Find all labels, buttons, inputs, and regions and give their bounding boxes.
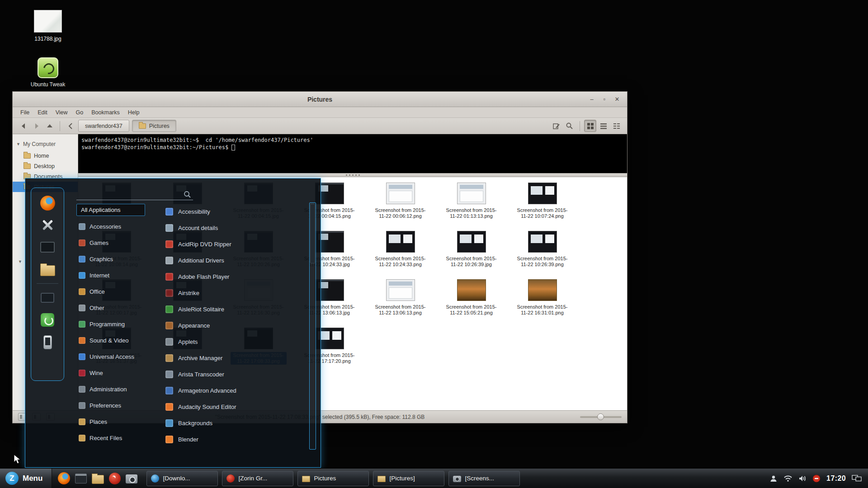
menu-category-programming[interactable]: Programming: [76, 316, 163, 332]
menu-app-acidrip-dvd-ripper[interactable]: AcidRip DVD Ripper: [165, 236, 302, 252]
titlebar[interactable]: Pictures – ▫ ✕: [13, 92, 627, 107]
expander-icon[interactable]: ▼: [16, 142, 20, 146]
task-button-downloads[interactable]: [Downlo...: [146, 471, 218, 486]
file-item[interactable]: Screenshot from 2015-11-22 16:31:01.png: [507, 278, 578, 316]
path-scroll-left-icon[interactable]: [64, 120, 76, 132]
menu-category-wine[interactable]: Wine: [76, 365, 163, 381]
list-view-button[interactable]: [597, 120, 609, 132]
minimize-button[interactable]: –: [586, 95, 597, 104]
zoom-slider[interactable]: [580, 416, 622, 418]
menu-category-all-applications[interactable]: All Applications: [76, 204, 145, 216]
clock[interactable]: 17:20: [826, 474, 846, 483]
file-item[interactable]: Screenshot from 2015-11-22 00:06:12.png: [365, 182, 436, 220]
desktop-icon-ubuntu-tweak[interactable]: Ubuntu Tweak: [21, 57, 75, 88]
menu-category-office[interactable]: Office: [76, 283, 163, 300]
web-browser-icon[interactable]: [39, 195, 56, 211]
category-label: Recent Files: [90, 435, 122, 441]
terminal-launcher-icon[interactable]: [75, 474, 87, 483]
close-button[interactable]: ✕: [612, 95, 623, 104]
menu-app-audacity-sound-editor[interactable]: Audacity Sound Editor: [165, 399, 302, 415]
screenshot-launcher-icon[interactable]: [126, 474, 137, 483]
notification-tray-icon[interactable]: [812, 474, 821, 483]
file-item[interactable]: Screenshot from 2015-11-22 15:05:21.png: [436, 278, 507, 316]
sidebar-item-desktop[interactable]: Desktop: [13, 161, 78, 171]
task-button-pictures-minimized[interactable]: [Pictures]: [373, 471, 444, 486]
task-button-screenshot[interactable]: [Screens...: [448, 471, 520, 486]
menu-category-places[interactable]: Places: [76, 413, 163, 430]
media-player-launcher-icon[interactable]: [109, 473, 121, 484]
menu-app-accessibility[interactable]: Accessibility: [165, 203, 302, 220]
start-menu-button[interactable]: Z Menu: [0, 469, 52, 488]
menu-app-airstrike[interactable]: Airstrike: [165, 285, 302, 301]
file-item[interactable]: Screenshot from 2015-11-22 13:06:13.png: [365, 278, 436, 316]
file-item[interactable]: Screenshot from 2015-11-22 10:26:39.png: [507, 230, 578, 268]
compact-view-button[interactable]: [610, 120, 623, 132]
menu-app-additional-drivers[interactable]: Additional Drivers: [165, 252, 302, 268]
menu-app-blender[interactable]: Blender: [165, 431, 302, 447]
menu-go[interactable]: Go: [72, 108, 88, 117]
menu-category-other[interactable]: Other: [76, 300, 163, 316]
task-button-zorin[interactable]: [Zorin Gr...: [222, 471, 293, 486]
menu-scrollbar[interactable]: [309, 202, 316, 450]
expander-icon[interactable]: ▼: [18, 259, 22, 264]
menu-category-preferences[interactable]: Preferences: [76, 397, 163, 413]
menu-app-backgrounds[interactable]: Backgrounds: [165, 415, 302, 431]
maximize-button[interactable]: ▫: [599, 95, 610, 104]
forward-button[interactable]: [30, 120, 42, 132]
file-item[interactable]: Screenshot from 2015-11-22 01:13:13.png: [436, 182, 507, 220]
sidebar-section-my-computer[interactable]: ▼ My Computer: [13, 140, 78, 149]
lock-screen-icon[interactable]: [39, 290, 56, 306]
toggle-location-entry-icon[interactable]: [550, 120, 562, 132]
displays-tray-icon[interactable]: [852, 475, 862, 482]
file-item[interactable]: Screenshot from 2015-11-22 10:26:39.jpg: [436, 230, 507, 268]
shut-down-icon[interactable]: [39, 334, 56, 350]
network-wifi-icon[interactable]: [783, 475, 793, 482]
file-manager-launcher-icon[interactable]: [92, 475, 104, 484]
menu-category-administration[interactable]: Administration: [76, 381, 163, 397]
menu-help[interactable]: Help: [124, 108, 144, 117]
sidebar-item-home[interactable]: Home: [13, 150, 78, 161]
menu-file[interactable]: File: [16, 108, 33, 117]
menu-app-account-details[interactable]: Account details: [165, 220, 302, 236]
file-item[interactable]: Screenshot from 2015-11-22 10:07:24.png: [507, 182, 578, 220]
breadcrumb-home[interactable]: swarfendor437: [78, 120, 129, 132]
menu-app-adobe-flash-player[interactable]: Adobe Flash Player: [165, 268, 302, 285]
display-settings-icon[interactable]: [39, 239, 56, 255]
terminal-splitter-handle[interactable]: [78, 173, 627, 177]
search-icon[interactable]: [563, 120, 576, 132]
menu-edit[interactable]: Edit: [33, 108, 52, 117]
file-item[interactable]: Screenshot from 2015-11-22 10:24:33.png: [365, 230, 436, 268]
user-tray-icon[interactable]: [769, 474, 778, 483]
firefox-launcher-icon[interactable]: [58, 472, 70, 484]
menu-category-internet[interactable]: Internet: [76, 267, 163, 283]
menu-category-graphics[interactable]: Graphics: [76, 251, 163, 267]
menu-app-armagetron-advanced[interactable]: Armagetron Advanced: [165, 382, 302, 399]
menu-app-archive-manager[interactable]: Archive Manager: [165, 350, 302, 366]
menu-category-recent-files[interactable]: Recent Files: [76, 430, 163, 446]
menu-app-appearance[interactable]: Appearance: [165, 317, 302, 333]
volume-icon[interactable]: [798, 475, 807, 482]
menu-scrollbar-thumb[interactable]: [310, 204, 315, 263]
menu-category-sound-video[interactable]: Sound & Video: [76, 332, 163, 348]
file-manager-icon[interactable]: [39, 261, 56, 277]
menu-category-accessories[interactable]: Accessories: [76, 218, 163, 235]
menu-app-arista-transcoder[interactable]: Arista Transcoder: [165, 366, 302, 382]
menu-app-aisleriot-solitaire[interactable]: AisleRiot Solitaire: [165, 301, 302, 317]
menu-search-input[interactable]: [76, 188, 193, 200]
red-app-icon: [226, 474, 235, 483]
menu-bookmarks[interactable]: Bookmarks: [87, 108, 124, 117]
system-tools-icon[interactable]: [39, 217, 56, 233]
back-button[interactable]: [17, 120, 29, 132]
icon-view-button[interactable]: [584, 120, 596, 132]
menu-view[interactable]: View: [52, 108, 72, 117]
zoom-slider-handle[interactable]: [597, 413, 604, 420]
desktop-icon-image[interactable]: 131788.jpg: [21, 10, 75, 42]
menu-app-applets[interactable]: Applets: [165, 333, 302, 350]
embedded-terminal[interactable]: swarfendor437@zorin9ultimate32bit:~$ cd …: [78, 134, 627, 173]
task-button-pictures[interactable]: Pictures: [297, 471, 369, 486]
breadcrumb-current[interactable]: Pictures: [132, 120, 176, 132]
up-button[interactable]: [43, 120, 56, 132]
menu-category-universal-access[interactable]: Universal Access: [76, 348, 163, 365]
log-out-icon[interactable]: [39, 312, 56, 328]
menu-category-games[interactable]: Games: [76, 235, 163, 251]
